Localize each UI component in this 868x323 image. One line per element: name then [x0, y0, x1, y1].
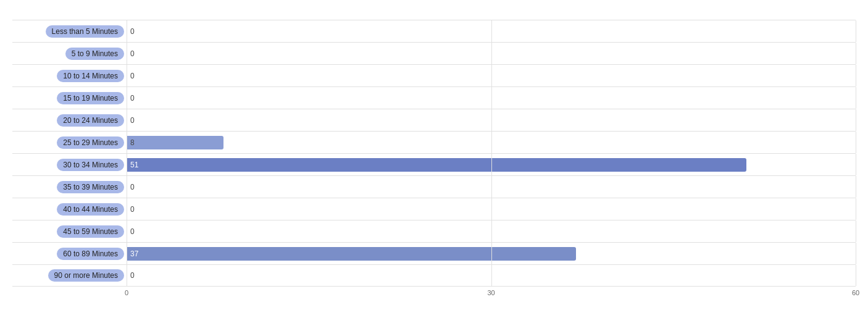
grid-line — [856, 43, 856, 64]
label-pill: Less than 5 Minutes — [46, 25, 124, 38]
label-area: 5 to 9 Minutes — [12, 48, 127, 60]
bar-row: 90 or more Minutes0 — [12, 264, 856, 287]
label-area: 45 to 59 Minutes — [12, 225, 127, 238]
grid-line — [491, 109, 492, 131]
bar-row: 60 to 89 Minutes37 — [12, 242, 856, 264]
bar-value-zero: 0 — [127, 94, 135, 103]
label-pill: 25 to 29 Minutes — [57, 136, 124, 149]
label-area: 35 to 39 Minutes — [12, 181, 127, 193]
bar-area: 0 — [127, 87, 856, 109]
bar: 51 — [127, 158, 746, 172]
label-pill: 60 to 89 Minutes — [57, 248, 124, 260]
label-area: 25 to 29 Minutes — [12, 136, 127, 149]
label-pill: 5 to 9 Minutes — [65, 48, 124, 60]
grid-line — [856, 198, 856, 220]
label-area: 10 to 14 Minutes — [12, 70, 127, 82]
bar-area: 0 — [127, 43, 856, 64]
bar-row: 15 to 19 Minutes0 — [12, 86, 856, 109]
grid-line — [856, 20, 856, 42]
grid-line — [491, 176, 492, 198]
bar-area: 0 — [127, 65, 856, 86]
bar-area: 0 — [127, 109, 856, 131]
grid-line — [856, 65, 856, 86]
label-area: 40 to 44 Minutes — [12, 203, 127, 216]
x-axis-tick: 60 — [852, 289, 859, 296]
bar: 8 — [127, 136, 223, 149]
x-axis-tick: 0 — [125, 289, 128, 296]
chart-container: Less than 5 Minutes05 to 9 Minutes010 to… — [0, 0, 868, 323]
grid-line — [856, 220, 856, 242]
grid-line — [491, 20, 492, 42]
bar-area: 8 — [127, 132, 856, 153]
bar-value-label: 37 — [127, 250, 138, 258]
label-pill: 90 or more Minutes — [48, 269, 124, 282]
x-axis-tick: 30 — [487, 289, 495, 296]
bar: 37 — [127, 247, 576, 261]
label-area: 90 or more Minutes — [12, 269, 127, 282]
bar-value-zero: 0 — [127, 27, 135, 36]
label-pill: 15 to 19 Minutes — [57, 92, 124, 104]
bar-area: 0 — [127, 20, 856, 42]
bar-value-zero: 0 — [127, 227, 135, 236]
bar-value-label: 8 — [127, 138, 135, 147]
bar-row: 35 to 39 Minutes0 — [12, 175, 856, 198]
grid-line — [491, 87, 492, 109]
label-pill: 10 to 14 Minutes — [57, 70, 124, 82]
label-area: 20 to 24 Minutes — [12, 114, 127, 127]
grid-line — [491, 43, 492, 64]
grid-line — [491, 220, 492, 242]
grid-line — [491, 265, 492, 286]
chart-body: Less than 5 Minutes05 to 9 Minutes010 to… — [12, 20, 856, 287]
bar-row: 30 to 34 Minutes51 — [12, 153, 856, 175]
bar-area: 51 — [127, 154, 856, 175]
grid-line — [856, 243, 856, 264]
bar-value-zero: 0 — [127, 205, 135, 214]
bar-area: 37 — [127, 243, 856, 264]
bar-row: 10 to 14 Minutes0 — [12, 64, 856, 86]
bar-value-zero: 0 — [127, 116, 135, 125]
bar-area: 0 — [127, 220, 856, 242]
label-area: Less than 5 Minutes — [12, 25, 127, 38]
label-pill: 20 to 24 Minutes — [57, 114, 124, 127]
bar-value-zero: 0 — [127, 183, 135, 191]
bar-value-zero: 0 — [127, 72, 135, 80]
grid-line — [491, 198, 492, 220]
label-pill: 45 to 59 Minutes — [57, 225, 124, 238]
label-area: 15 to 19 Minutes — [12, 92, 127, 104]
label-area: 60 to 89 Minutes — [12, 248, 127, 260]
bar-area: 0 — [127, 265, 856, 286]
label-pill: 40 to 44 Minutes — [57, 203, 124, 216]
grid-line — [491, 65, 492, 86]
label-pill: 35 to 39 Minutes — [57, 181, 124, 193]
bar-value-label: 51 — [127, 161, 138, 169]
grid-line — [856, 132, 856, 153]
bar-row: 20 to 24 Minutes0 — [12, 109, 856, 131]
grid-line — [856, 265, 856, 286]
grid-line — [856, 87, 856, 109]
grid-line — [856, 154, 856, 175]
grid-line — [856, 176, 856, 198]
bar-row: 25 to 29 Minutes8 — [12, 131, 856, 153]
bar-value-zero: 0 — [127, 271, 135, 280]
bar-row: Less than 5 Minutes0 — [12, 20, 856, 42]
bar-area: 0 — [127, 198, 856, 220]
label-area: 30 to 34 Minutes — [12, 159, 127, 171]
bar-row: 45 to 59 Minutes0 — [12, 220, 856, 242]
bar-value-zero: 0 — [127, 49, 135, 58]
bar-area: 0 — [127, 176, 856, 198]
bar-row: 40 to 44 Minutes0 — [12, 198, 856, 220]
label-pill: 30 to 34 Minutes — [57, 159, 124, 171]
bar-row: 5 to 9 Minutes0 — [12, 42, 856, 64]
x-axis: 03060 — [127, 289, 856, 301]
grid-line — [491, 132, 492, 153]
grid-line — [856, 109, 856, 131]
